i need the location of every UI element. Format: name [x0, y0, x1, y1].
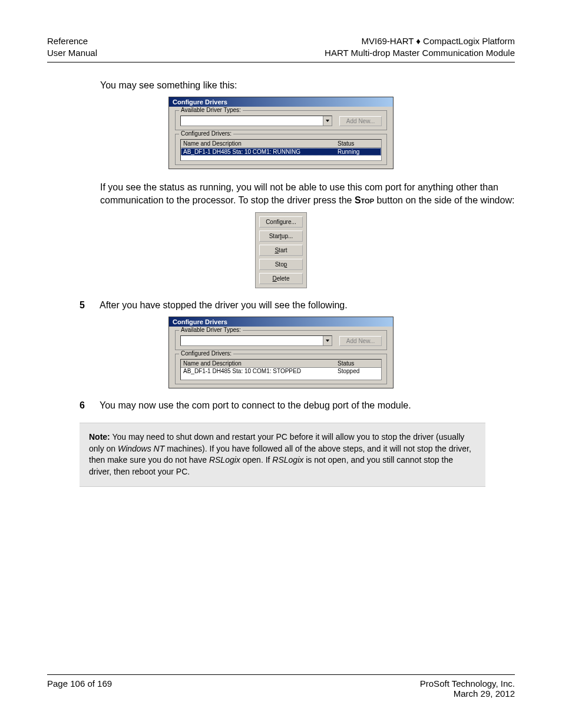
- company-name: ProSoft Technology, Inc.: [420, 678, 515, 689]
- driver-row[interactable]: AB_DF1-1 DH485 Sta: 10 COM1: STOPPED Sto…: [181, 368, 381, 374]
- footer-right: ProSoft Technology, Inc. March 29, 2012: [420, 678, 515, 699]
- configure-drivers-dialog-running: Configure Drivers Available Driver Types…: [168, 97, 394, 169]
- startup-button[interactable]: Startup...: [259, 230, 303, 242]
- configured-drivers-group: Configured Drivers: Name and Description…: [175, 354, 387, 384]
- page-footer: Page 106 of 169 ProSoft Technology, Inc.…: [47, 674, 515, 699]
- driver-status: Stopped: [338, 368, 379, 374]
- configure-drivers-dialog-stopped: Configure Drivers Available Driver Types…: [168, 317, 394, 388]
- list-header: Name and Description Status: [181, 140, 381, 148]
- para-running-explain: If you see the status as running, you wi…: [100, 181, 515, 206]
- group-label: Available Driver Types:: [179, 327, 243, 333]
- page-header: Reference User Manual MVI69-HART ♦ Compa…: [47, 35, 515, 62]
- configure-button[interactable]: Configure...: [259, 216, 303, 228]
- step-text: After you have stopped the driver you wi…: [100, 300, 348, 311]
- header-right: MVI69-HART ♦ CompactLogix Platform HART …: [325, 35, 515, 58]
- drivers-list[interactable]: Name and Description Status AB_DF1-1 DH4…: [180, 139, 382, 161]
- driver-type-combobox[interactable]: [180, 335, 332, 346]
- header-left: Reference User Manual: [47, 35, 97, 58]
- note-box: Note: You may need to shut down and rest…: [80, 423, 485, 486]
- intro-text: You may see something like this:: [100, 80, 515, 91]
- add-new-button[interactable]: Add New...: [339, 116, 382, 126]
- stop-word: Stop: [355, 195, 374, 205]
- header-doc-type: User Manual: [47, 47, 97, 59]
- footer-date: March 29, 2012: [420, 689, 515, 699]
- header-subtitle: HART Multi-drop Master Communication Mod…: [325, 47, 515, 59]
- drivers-list[interactable]: Name and Description Status AB_DF1-1 DH4…: [180, 359, 382, 380]
- driver-name: AB_DF1-1 DH485 Sta: 10 COM1: STOPPED: [183, 368, 338, 374]
- header-section: Reference: [47, 35, 97, 47]
- group-label: Configured Drivers:: [179, 130, 233, 137]
- step-number: 5: [80, 300, 89, 311]
- dialog-title: Configure Drivers: [169, 317, 393, 327]
- step-6: 6 You may now use the com port to connec…: [80, 400, 515, 411]
- header-product: MVI69-HART ♦ CompactLogix Platform: [325, 35, 515, 47]
- note-label: Note:: [89, 432, 110, 442]
- add-new-button[interactable]: Add New...: [339, 336, 382, 346]
- available-driver-types-group: Available Driver Types: Add New...: [175, 110, 387, 130]
- available-driver-types-group: Available Driver Types: Add New...: [175, 330, 387, 350]
- chevron-down-icon[interactable]: [323, 336, 332, 345]
- col-status-header: Status: [338, 360, 379, 367]
- driver-status: Running: [338, 149, 379, 155]
- dialog-title: Configure Drivers: [169, 97, 393, 107]
- list-header: Name and Description Status: [181, 360, 381, 368]
- group-label: Configured Drivers:: [179, 350, 233, 357]
- step-number: 6: [80, 400, 89, 411]
- chevron-down-icon[interactable]: [323, 116, 332, 126]
- page-number: Page 106 of 169: [47, 678, 112, 699]
- step-5: 5 After you have stopped the driver you …: [80, 300, 515, 311]
- driver-name: AB_DF1-1 DH485 Sta: 10 COM1: RUNNING: [183, 149, 338, 155]
- configured-drivers-group: Configured Drivers: Name and Description…: [175, 134, 387, 165]
- start-button[interactable]: Start: [259, 245, 303, 256]
- driver-row[interactable]: AB_DF1-1 DH485 Sta: 10 COM1: RUNNING Run…: [181, 148, 381, 156]
- col-name-header: Name and Description: [183, 360, 338, 367]
- col-status-header: Status: [338, 140, 379, 147]
- step-text: You may now use the com port to connect …: [100, 400, 411, 411]
- stop-button[interactable]: Stop: [259, 259, 303, 270]
- group-label: Available Driver Types:: [179, 107, 243, 113]
- col-name-header: Name and Description: [183, 140, 338, 147]
- driver-type-combobox[interactable]: [180, 116, 332, 126]
- side-button-panel: Configure... Startup... Start Stop Delet…: [255, 212, 307, 288]
- delete-button[interactable]: Delete: [259, 273, 303, 284]
